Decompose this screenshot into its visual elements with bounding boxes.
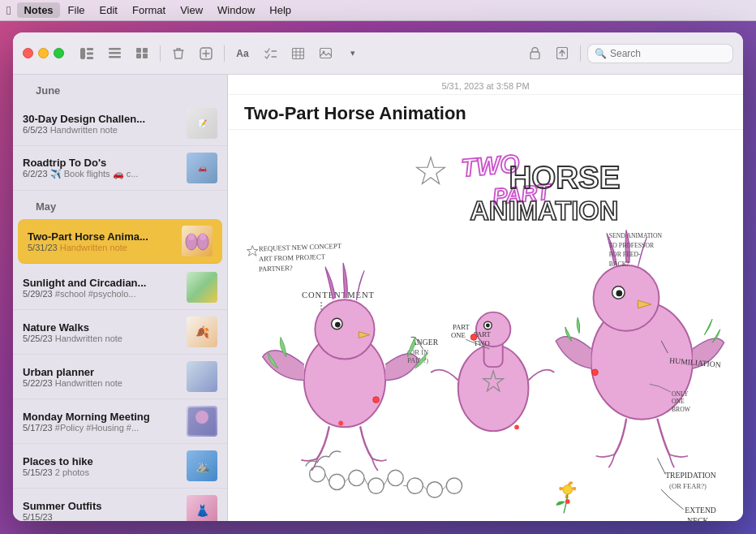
svg-rect-16 xyxy=(292,48,303,58)
note-text-7: Monday Morning Meeting 5/17/23 #Policy #… xyxy=(23,411,180,433)
note-meta-3: 5/31/23 Handwritten note xyxy=(28,243,175,252)
note-meta-6: 5/22/23 Handwritten note xyxy=(23,378,180,388)
note-title-9: Summer Outfits xyxy=(23,500,180,512)
note-editor: 5/31, 2023 at 3:58 PM Two-Part Horse Ani… xyxy=(228,75,743,521)
svg-text:PART: PART xyxy=(453,323,470,331)
may-label: May xyxy=(24,194,216,216)
checklist-button[interactable] xyxy=(259,42,281,65)
note-thumbnail-3 xyxy=(182,226,213,256)
note-thumbnail-5: 🍂 xyxy=(187,317,217,347)
svg-point-86 xyxy=(592,369,599,376)
svg-point-58 xyxy=(594,265,659,331)
svg-text:ONE: ONE xyxy=(451,331,466,339)
close-button[interactable] xyxy=(23,48,33,58)
content-area: June 30-Day Design Challen... 6/5/23 Han… xyxy=(13,75,743,521)
new-note-button[interactable] xyxy=(195,42,217,65)
note-text-4: Sunlight and Circadian... 5/29/23 #schoo… xyxy=(23,277,180,299)
note-meta-2: 6/2/23 ✈️ Book flights 🚗 c... xyxy=(23,169,180,179)
minimize-button[interactable] xyxy=(38,48,49,58)
search-input[interactable] xyxy=(610,48,726,59)
toolbar: Aa ▾ 🔍 xyxy=(13,32,743,75)
menu-notes[interactable]: Notes xyxy=(17,2,59,18)
main-window: Aa ▾ 🔍 June xyxy=(13,32,743,521)
note-text-3: Two-Part Horse Anima... 5/31/23 Handwrit… xyxy=(28,230,175,252)
note-item-9[interactable]: Summer Outfits 5/15/23 👗 xyxy=(13,489,227,521)
svg-point-28 xyxy=(188,234,195,240)
maximize-button[interactable] xyxy=(54,48,64,58)
note-title-4: Sunlight and Circadian... xyxy=(23,277,180,289)
june-section-header: June xyxy=(13,75,227,101)
menu-format[interactable]: Format xyxy=(126,2,172,18)
share-button[interactable] xyxy=(551,42,573,65)
svg-text:BROW: BROW xyxy=(672,406,691,413)
svg-text:SEND ANIMATION: SEND ANIMATION xyxy=(609,232,663,239)
svg-text:PARTNER?: PARTNER? xyxy=(259,264,293,273)
svg-point-84 xyxy=(470,334,477,341)
svg-text:ONLY: ONLY xyxy=(672,390,689,398)
svg-point-69 xyxy=(563,485,573,495)
menu-window[interactable]: Window xyxy=(211,2,261,18)
svg-text:TO PROFESSOR: TO PROFESSOR xyxy=(609,242,655,249)
note-item-4[interactable]: Sunlight and Circadian... 5/29/23 #schoo… xyxy=(13,265,227,310)
svg-point-52 xyxy=(486,324,490,328)
svg-rect-10 xyxy=(143,54,148,58)
menu-file[interactable]: File xyxy=(62,2,92,18)
svg-point-31 xyxy=(195,411,208,424)
table-button[interactable] xyxy=(286,42,309,65)
editor-timestamp: 5/31, 2023 at 3:58 PM xyxy=(228,75,743,95)
menu-edit[interactable]: Edit xyxy=(93,2,124,18)
note-thumbnail-8: ⛰️ xyxy=(187,450,217,481)
svg-text:(OR FEAR?): (OR FEAR?) xyxy=(669,482,707,490)
note-thumbnail-6 xyxy=(187,361,217,392)
svg-text:NECK: NECK xyxy=(687,516,708,521)
svg-rect-2 xyxy=(87,52,93,54)
note-title-6: Urban planner xyxy=(23,366,180,378)
toolbar-separator-2 xyxy=(224,45,225,62)
june-label: June xyxy=(24,78,216,100)
svg-text:ANIMATION: ANIMATION xyxy=(470,196,618,226)
note-item-3[interactable]: Two-Part Horse Anima... 5/31/23 Handwrit… xyxy=(18,219,222,264)
note-title-8: Places to hike xyxy=(23,455,180,467)
note-text-6: Urban planner 5/22/23 Handwritten note xyxy=(23,366,180,388)
menu-bar:  Notes File Edit Format View Window Hel… xyxy=(0,0,756,21)
sidebar-toggle-button[interactable] xyxy=(75,42,98,65)
note-text-2: Roadtrip To Do's 6/2/23 ✈️ Book flights … xyxy=(23,157,180,179)
note-item-1[interactable]: 30-Day Design Challen... 6/5/23 Handwrit… xyxy=(13,101,227,146)
svg-text:BACK?: BACK? xyxy=(609,261,629,268)
note-item-8[interactable]: Places to hike 5/15/23 2 photos ⛰️ xyxy=(13,444,227,489)
svg-text:FOR FEED-: FOR FEED- xyxy=(609,251,641,258)
editor-sketch-area[interactable]: TWO PART HORSE ANIMATION REQUEST NEW CON… xyxy=(228,130,743,521)
list-view-button[interactable] xyxy=(103,42,126,65)
attachment-button[interactable]: ▾ xyxy=(341,42,364,65)
svg-point-87 xyxy=(565,499,570,504)
svg-rect-3 xyxy=(87,57,93,59)
svg-rect-4 xyxy=(109,48,121,50)
note-item-6[interactable]: Urban planner 5/22/23 Handwritten note xyxy=(13,355,227,399)
note-title-7: Monday Morning Meeting xyxy=(23,411,180,423)
svg-text:HORSE: HORSE xyxy=(509,160,620,195)
note-thumbnail-7 xyxy=(187,406,217,437)
editor-title[interactable]: Two-Part Horse Animation xyxy=(228,95,743,130)
menu-view[interactable]: View xyxy=(174,2,209,18)
apple-logo-icon:  xyxy=(6,3,11,17)
note-thumbnail-4 xyxy=(187,272,217,303)
delete-button[interactable] xyxy=(167,42,190,65)
media-button[interactable] xyxy=(314,42,337,65)
svg-rect-7 xyxy=(136,48,141,53)
svg-text:CONTENTMENT: CONTENTMENT xyxy=(302,291,375,299)
lock-button[interactable] xyxy=(523,42,546,65)
note-item-5[interactable]: Nature Walks 5/25/23 Handwritten note 🍂 xyxy=(13,310,227,355)
note-meta-1: 6/5/23 Handwritten note xyxy=(23,125,180,135)
svg-rect-23 xyxy=(530,52,539,59)
svg-point-82 xyxy=(373,397,380,403)
search-box[interactable]: 🔍 xyxy=(587,44,733,63)
svg-point-85 xyxy=(514,424,519,429)
format-button[interactable]: Aa xyxy=(231,42,254,65)
note-title-5: Nature Walks xyxy=(23,321,180,334)
gallery-view-button[interactable] xyxy=(131,42,153,65)
svg-point-42 xyxy=(315,299,374,359)
note-item-7[interactable]: Monday Morning Meeting 5/17/23 #Policy #… xyxy=(13,399,227,444)
note-item-2[interactable]: Roadtrip To Do's 6/2/23 ✈️ Book flights … xyxy=(13,146,227,191)
svg-rect-5 xyxy=(109,52,121,54)
menu-help[interactable]: Help xyxy=(263,2,298,18)
